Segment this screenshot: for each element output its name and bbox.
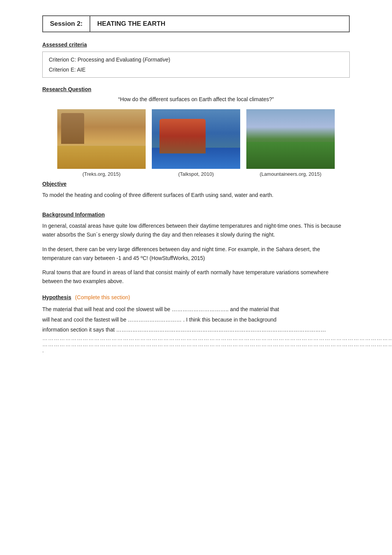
session-label: Session 2: [43,16,90,32]
criterion-e: Criterion E: AIE [49,67,343,73]
hypothesis-line-2: will heat and cool the fastest will be …… [42,315,350,325]
criterion-c-text: Criterion C: Processing and Evaluating ( [49,57,145,63]
objective-heading: Objective [42,181,350,187]
image-container-desert: (Treks.org, 2015) [57,109,146,177]
session-title: HEATING THE EARTH [90,16,172,32]
assessed-criteria-heading: Assessed criteria [42,42,350,48]
coastal-image [152,109,240,169]
criteria-box: Criterion C: Processing and Evaluating (… [42,52,350,78]
background-para-3: Rural towns that are found in areas of l… [42,268,350,286]
criterion-c-close: ) [168,57,170,63]
objective-text: To model the heating and cooling of thre… [42,191,350,199]
desert-caption: (Treks.org, 2015) [82,171,120,177]
hypothesis-line-1: The material that will heat and cool the… [42,304,350,315]
hypothesis-complete-label: (Complete this section) [75,294,130,300]
hills-caption: (Lamountaineers.org, 2015) [260,171,321,177]
hypothesis-heading: Hypothesis [42,294,71,300]
hypothesis-dots-2: …………………………………………………………………………………………………………… [42,341,350,353]
background-information-heading: Background Information [42,212,350,218]
image-container-coastal: (Talkspot, 2010) [152,109,240,177]
hypothesis-section: Hypothesis (Complete this section) [42,294,350,300]
hypothesis-line-3: information section it says that …………………… [42,325,350,335]
images-row: (Treks.org, 2015) (Talkspot, 2010) (Lamo… [42,109,350,177]
hypothesis-dots-1: …………………………………………………………………………………………………………… [42,335,350,341]
research-question-heading: Research Question [42,86,350,92]
desert-image [57,109,146,169]
criterion-c: Criterion C: Processing and Evaluating (… [49,57,343,63]
coastal-caption: (Talkspot, 2010) [178,171,214,177]
hills-image [246,109,335,169]
research-question-text: “How do the different surfaces on Earth … [42,96,350,102]
image-container-hills: (Lamountaineers.org, 2015) [246,109,335,177]
criterion-c-italic: Formative [145,57,168,63]
session-header: Session 2: HEATING THE EARTH [42,15,350,32]
background-para-1: In general, coastal areas have quite low… [42,222,350,239]
background-para-2: In the desert, there can be very large d… [42,245,350,263]
